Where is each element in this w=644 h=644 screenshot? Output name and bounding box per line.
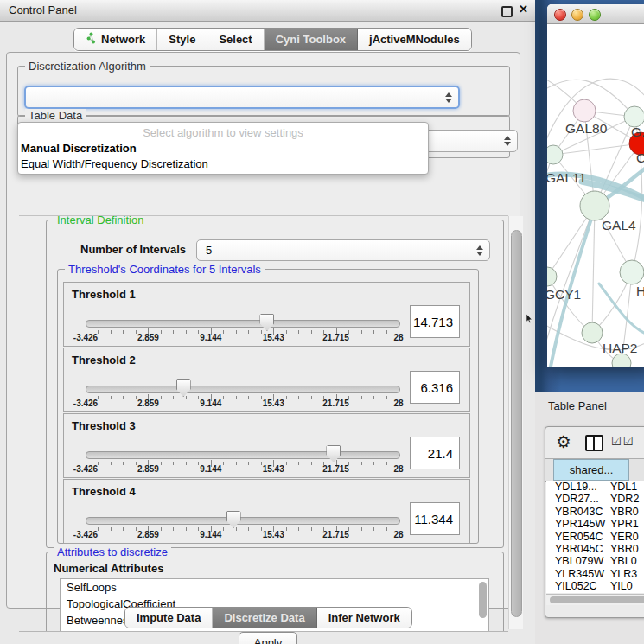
- network-icon: [86, 32, 97, 47]
- threshold-value-box[interactable]: 21.4: [410, 437, 460, 469]
- split-column-icon[interactable]: [585, 435, 603, 451]
- slider-track[interactable]: [86, 517, 400, 525]
- tab-jactivemnodules[interactable]: jActiveMNodules: [358, 29, 471, 50]
- network-canvas[interactable]: GAL80G.CGAL11GAL4GCY1HHAP2: [547, 24, 644, 367]
- cell-shared-name: YBR045C: [555, 543, 603, 555]
- cell-shared-name: YDL19...: [555, 481, 597, 493]
- combo-stepper-icon[interactable]: [476, 245, 483, 256]
- tab-label: Impute Data: [137, 611, 201, 624]
- list-scrollbar-thumb[interactable]: [479, 582, 487, 618]
- bottom-tab-bar: Impute DataDiscretize DataInfer Network: [124, 607, 412, 628]
- threshold-value-box[interactable]: 6.316: [410, 371, 460, 404]
- checkbox-icons[interactable]: ☑☑: [611, 435, 634, 448]
- table-row[interactable]: YLR345WYLR3: [546, 568, 644, 580]
- network-node[interactable]: [582, 322, 603, 343]
- tick-label: 2.859: [122, 530, 174, 539]
- network-window-titlebar[interactable]: [547, 4, 644, 24]
- panel-scrollbar-thumb[interactable]: [511, 230, 522, 617]
- table-row[interactable]: YPR145WYPR1: [546, 518, 644, 530]
- network-view-window[interactable]: GAL80G.CGAL11GAL4GCY1HHAP2: [547, 4, 644, 367]
- tab-label: Discretize Data: [224, 611, 304, 624]
- cyni-toolbox-panel: Discretization Algorithm Table Data galF…: [6, 52, 520, 609]
- column-header-shared-name[interactable]: shared...: [553, 459, 629, 481]
- tab-cyni-toolbox[interactable]: Cyni Toolbox: [265, 29, 358, 50]
- menu-item-manual-discretization[interactable]: Manual Discretization: [21, 142, 137, 155]
- tick-label: 9.144: [185, 333, 237, 342]
- tab-label: Cyni Toolbox: [276, 33, 346, 46]
- close-icon[interactable]: ✕: [519, 3, 528, 16]
- panel-scrollbar[interactable]: [508, 216, 523, 629]
- algorithm-combo[interactable]: [24, 86, 460, 109]
- network-node[interactable]: [612, 354, 631, 367]
- slider-track[interactable]: [86, 386, 400, 393]
- network-edge[interactable]: [547, 155, 553, 251]
- tick-label: 21.715: [310, 530, 362, 539]
- tab-label: Infer Network: [328, 611, 400, 624]
- table-row[interactable]: YDR27...YDR2: [546, 493, 644, 505]
- minimize-traffic-light-icon[interactable]: [571, 9, 583, 21]
- network-node[interactable]: [547, 145, 563, 164]
- combo-stepper-icon[interactable]: [504, 136, 511, 146]
- cell-shared-name: YDR27...: [555, 493, 599, 505]
- top-tab-bar: NetworkStyleSelectCyni ToolboxjActiveMNo…: [73, 28, 472, 51]
- screen: Control Panel ✕ NetworkStyleSelectCyni T…: [0, 0, 644, 644]
- network-edge[interactable]: [592, 206, 595, 333]
- table-row[interactable]: YBR043CYBR0: [546, 506, 644, 518]
- interval-definition-group: Interval Definition Number of Intervals …: [46, 220, 504, 548]
- cell-shared-name: YBL079W: [555, 555, 603, 567]
- number-of-intervals-combo[interactable]: 5: [196, 239, 490, 261]
- tick-label: 9.144: [185, 530, 237, 539]
- network-node[interactable]: [620, 260, 644, 284]
- tick-label: -3.426: [60, 399, 112, 408]
- network-node[interactable]: [573, 99, 596, 122]
- threshold-row: Threshold 3-3.4262.8599.14415.4321.71528…: [63, 413, 470, 478]
- close-traffic-light-icon[interactable]: [554, 9, 566, 21]
- tab-infer-network[interactable]: Infer Network: [317, 608, 411, 628]
- threshold-row: Threshold 4-3.4262.8599.14415.4321.71528…: [63, 479, 470, 544]
- table-row[interactable]: YIL052CYIL0: [546, 580, 644, 592]
- table-hscrollbar[interactable]: [546, 594, 644, 605]
- tab-discretize-data[interactable]: Discretize Data: [213, 608, 316, 628]
- control-panel-titlebar: Control Panel ✕: [0, 0, 535, 22]
- cell-shared-name: YIL052C: [555, 580, 597, 592]
- tab-style[interactable]: Style: [157, 29, 207, 50]
- cell-name: YBR0: [610, 543, 639, 555]
- table-row[interactable]: YDL19...YDL1: [546, 481, 644, 493]
- menu-item-equal-width-frequency[interactable]: Equal Width/Frequency Discretization: [21, 157, 208, 170]
- table-row[interactable]: YBL079WYBL0: [546, 555, 644, 567]
- threshold-value-box[interactable]: 11.344: [410, 502, 460, 535]
- list-item-selfloops[interactable]: SelfLoops: [61, 579, 488, 596]
- cell-name: YLR3: [610, 568, 637, 580]
- table-row[interactable]: YER054CYER0: [546, 531, 644, 543]
- tab-impute-data[interactable]: Impute Data: [125, 608, 213, 628]
- tab-label: Network: [101, 33, 145, 46]
- tick-label: 2.859: [122, 333, 174, 342]
- network-node[interactable]: [547, 267, 557, 286]
- column-header-name[interactable]: na: [629, 459, 644, 481]
- combo-stepper-icon[interactable]: [445, 92, 452, 103]
- gear-icon[interactable]: ⚙: [556, 430, 571, 453]
- tick-label: 9.144: [185, 464, 237, 474]
- network-node-label: GAL4: [602, 218, 636, 233]
- network-node-label: GCY1: [547, 287, 581, 302]
- tick-label: 2.859: [122, 399, 174, 408]
- tab-select[interactable]: Select: [207, 29, 264, 50]
- threshold-value-box[interactable]: 14.713: [410, 305, 460, 338]
- slider-track[interactable]: [86, 451, 400, 459]
- tab-label: jActiveMNodules: [369, 33, 460, 46]
- thresholds-group: Threshold's Coordinates for 5 Intervals …: [57, 269, 479, 544]
- float-window-icon[interactable]: [501, 6, 513, 17]
- network-node-label: GAL11: [547, 170, 586, 185]
- network-node[interactable]: [580, 191, 609, 220]
- threshold-label: Threshold 3: [72, 419, 136, 432]
- mouse-cursor: [526, 312, 533, 328]
- table-row[interactable]: YBR045CYBR0: [546, 543, 644, 555]
- table-hscrollbar-thumb[interactable]: [550, 596, 644, 603]
- tab-network[interactable]: Network: [74, 29, 157, 50]
- apply-button[interactable]: Apply: [239, 632, 297, 644]
- threshold-label: Threshold 2: [72, 354, 136, 367]
- tick-label: 2.859: [122, 464, 174, 474]
- zoom-traffic-light-icon[interactable]: [589, 9, 601, 21]
- popup-hint: Select algorithm to view settings: [18, 126, 428, 139]
- slider-track[interactable]: [86, 320, 400, 328]
